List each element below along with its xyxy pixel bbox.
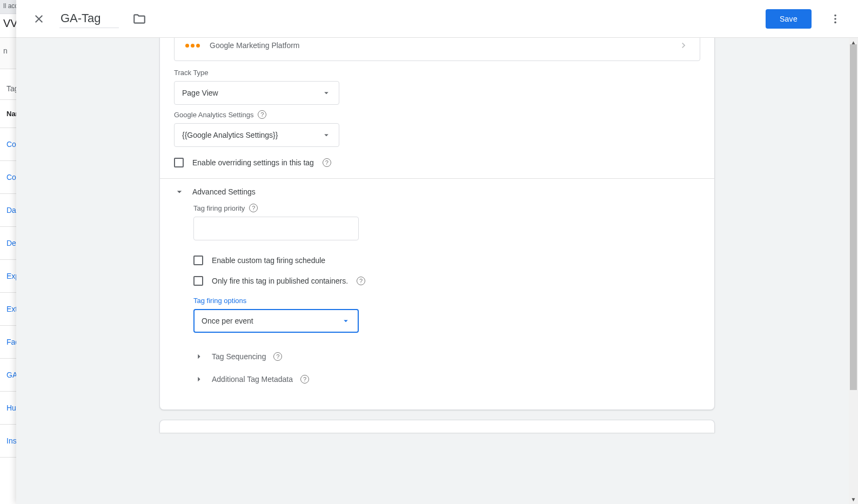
dialog-header: Save [16,0,858,38]
custom-schedule-label: Enable custom tag firing schedule [212,256,325,265]
folder-icon [132,12,146,26]
help-icon[interactable]: ? [249,204,258,212]
chevron-right-icon [193,351,204,362]
divider [160,178,714,179]
kebab-icon [829,13,841,25]
platform-name: Google Marketing Platform [210,41,668,50]
help-icon[interactable]: ? [258,110,266,119]
advanced-settings-toggle[interactable]: Advanced Settings [174,186,700,197]
tag-editor-dialog: Save Google Marketing Platform Track Typ… [16,0,858,504]
tag-configuration-panel: Google Marketing Platform Track Type Pag… [159,38,715,410]
track-type-dropdown[interactable]: Page View [174,81,339,105]
help-icon[interactable]: ? [273,352,282,361]
published-only-row: Only fire this tag in published containe… [193,276,700,286]
more-menu-button[interactable] [825,8,846,30]
save-button[interactable]: Save [766,9,812,29]
tag-name-input[interactable] [59,9,119,28]
advanced-settings-body: Tag firing priority ? Enable custom tag … [193,204,700,385]
ga-settings-value: {{Google Analytics Settings}} [182,131,278,139]
custom-schedule-checkbox[interactable] [193,256,203,265]
override-settings-row: Enable overriding settings in this tag ? [174,158,700,167]
track-type-value: Page View [182,89,218,97]
close-icon [32,12,45,25]
caret-down-icon [321,88,331,98]
caret-down-icon [341,316,351,326]
platform-logo-icon [185,44,200,48]
track-type-label: Track Type [174,69,700,77]
ga-settings-label: Google Analytics Settings ? [174,110,700,119]
tag-priority-label: Tag firing priority ? [193,204,700,212]
dialog-body[interactable]: Google Marketing Platform Track Type Pag… [16,38,858,504]
override-settings-label: Enable overriding settings in this tag [192,158,314,167]
help-icon[interactable]: ? [357,277,365,285]
svg-point-1 [834,18,836,20]
chevron-right-icon [193,374,204,385]
ga-settings-dropdown[interactable]: {{Google Analytics Settings}} [174,123,339,147]
additional-metadata-toggle[interactable]: Additional Tag Metadata ? [193,374,700,385]
tag-type-row[interactable]: Google Marketing Platform [174,38,700,61]
help-icon[interactable]: ? [300,375,309,384]
help-icon[interactable]: ? [323,158,331,167]
svg-point-0 [834,14,836,16]
vertical-scrollbar[interactable]: ▲ ▼ [849,38,858,504]
tag-priority-input[interactable] [193,217,359,240]
override-settings-checkbox[interactable] [174,158,184,167]
custom-schedule-row: Enable custom tag firing schedule [193,256,700,265]
firing-options-dropdown[interactable]: Once per event [193,309,359,333]
scroll-down-arrow-icon[interactable]: ▼ [849,495,858,504]
scroll-thumb[interactable] [850,44,857,390]
caret-down-icon [321,130,331,140]
published-only-checkbox[interactable] [193,276,203,286]
chevron-down-icon [174,186,185,197]
published-only-label: Only fire this tag in published containe… [212,277,348,285]
firing-options-label: Tag firing options [193,297,700,305]
folder-button[interactable] [129,8,150,30]
triggering-panel-peek [159,420,715,433]
close-button[interactable] [28,8,50,30]
chevron-right-icon [678,40,689,51]
svg-point-2 [834,21,836,23]
tag-sequencing-toggle[interactable]: Tag Sequencing ? [193,351,700,362]
firing-options-value: Once per event [202,317,253,325]
